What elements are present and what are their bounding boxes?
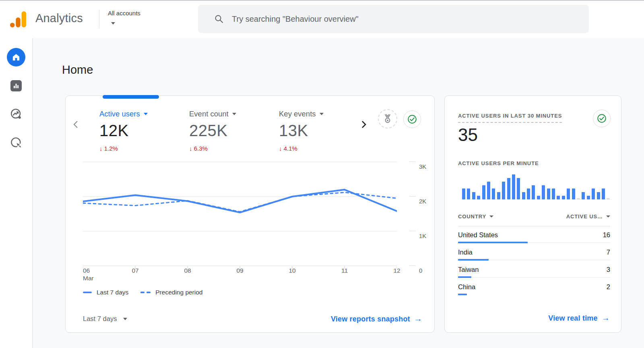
minute-bar — [502, 182, 505, 199]
minute-bar — [557, 196, 560, 199]
minute-bar — [582, 192, 585, 199]
minute-bar — [567, 188, 570, 199]
legend-solid-swatch — [83, 292, 92, 293]
minute-bar — [562, 196, 565, 199]
overview-card-footer: Last 7 days View reports snapshot→ — [83, 314, 422, 323]
chevron-down-icon — [144, 113, 148, 115]
arrow-right-icon: → — [414, 314, 422, 323]
minute-bar — [537, 196, 540, 199]
country-bar-fill — [458, 259, 489, 261]
account-switcher[interactable]: All accounts — [108, 10, 140, 26]
search-bar[interactable] — [198, 5, 589, 33]
view-real-time-link[interactable]: View real time→ — [548, 313, 610, 323]
chevron-down-icon — [489, 215, 493, 218]
country-bar-fill — [458, 242, 528, 243]
medal-icon — [382, 113, 393, 124]
sidebar-item-explore[interactable] — [0, 108, 32, 120]
country-bar-track — [458, 276, 610, 278]
search-input[interactable] — [232, 14, 562, 24]
column-country[interactable]: COUNTRY — [458, 213, 493, 220]
column-active-users[interactable]: ACTIVE US… — [566, 213, 610, 220]
country-row: China 2 — [458, 283, 610, 296]
realtime-title[interactable]: ACTIVE USERS IN LAST 30 MINUTES — [458, 113, 562, 123]
minute-bar — [532, 185, 535, 199]
chevron-left-icon[interactable] — [71, 119, 81, 130]
country-table-header: COUNTRY ACTIVE US… — [458, 213, 610, 220]
country-row: United States 16 — [458, 231, 610, 244]
google-analytics-logo-icon — [10, 11, 27, 28]
x-axis-label: 10 — [289, 267, 295, 274]
sidebar-item-advertising[interactable] — [0, 136, 32, 149]
benchmark-medal-button[interactable] — [378, 109, 397, 128]
metrics-row: Active users 12K ↓ 1.2% Event count 225K — [99, 110, 369, 152]
active-users-30min-value: 35 — [458, 125, 478, 145]
chevron-right-icon[interactable] — [358, 119, 369, 130]
per-minute-label: ACTIVE USERS PER MINUTE — [458, 160, 539, 166]
minute-bar — [472, 192, 475, 199]
sidebar-item-reports[interactable] — [0, 80, 32, 91]
metric-active-users[interactable]: Active users 12K ↓ 1.2% — [99, 110, 189, 152]
table-separator — [458, 226, 610, 226]
country-active-users: 7 — [607, 249, 610, 256]
x-axis-label: 09 — [236, 267, 243, 274]
y-axis: 3K2K1K0 — [399, 160, 427, 269]
minute-bar — [527, 188, 530, 199]
x-axis-label: 11 — [341, 267, 348, 274]
minute-bar — [517, 178, 520, 199]
minute-bar — [477, 196, 480, 199]
metric-key-events[interactable]: Key events 13K ↓ 4.1% — [279, 110, 369, 152]
country-bar-track — [458, 241, 610, 243]
minute-bar — [572, 188, 575, 199]
metric-event-count[interactable]: Event count 225K ↓ 6.3% — [189, 110, 279, 152]
realtime-check-button[interactable] — [593, 110, 611, 127]
minute-bar — [577, 198, 580, 199]
metric-label: Active users — [99, 110, 140, 118]
arrow-right-icon: → — [602, 313, 610, 322]
minute-bar — [552, 188, 555, 199]
x-axis-label: 07 — [132, 267, 138, 274]
minute-bar — [597, 192, 600, 199]
country-name: India — [458, 249, 473, 256]
country-name: Taiwan — [458, 266, 479, 273]
chevron-down-icon — [320, 113, 324, 115]
country-bar-fill — [458, 294, 467, 295]
view-reports-snapshot-link[interactable]: View reports snapshot→ — [331, 314, 422, 323]
active-users-trend-chart[interactable] — [83, 160, 397, 269]
country-row: Taiwan 3 — [458, 266, 610, 278]
metric-label: Key events — [279, 110, 316, 118]
country-active-users: 2 — [607, 283, 610, 291]
main-content: Home Active users 12K ↓ 1.2% — [33, 38, 644, 348]
search-icon — [214, 14, 224, 24]
sidebar-item-home[interactable] — [0, 48, 32, 66]
minute-bar — [507, 178, 510, 199]
check-circle-icon — [407, 114, 417, 124]
country-bar-track — [458, 259, 610, 261]
app-name: Analytics — [35, 12, 83, 25]
chart-legend: Last 7 days Preceding period — [83, 289, 202, 296]
date-range-selector[interactable]: Last 7 days — [83, 315, 127, 323]
country-bar-track — [458, 293, 610, 295]
metric-value: 225K — [189, 122, 279, 140]
country-table: COUNTRY ACTIVE US… United States 16 — [458, 213, 610, 296]
explore-icon — [10, 108, 23, 120]
metric-label: Event count — [189, 110, 229, 118]
minute-bar — [587, 196, 590, 199]
minute-bar — [607, 198, 610, 199]
page-title: Home — [62, 63, 93, 77]
x-axis: 06Mar070809101112 — [83, 267, 397, 285]
chevron-down-icon — [232, 113, 236, 115]
metrics-carousel-indicator[interactable] — [103, 95, 159, 99]
account-label: All accounts — [108, 10, 140, 17]
x-axis-label: 12 — [393, 267, 400, 274]
left-nav-sidebar — [0, 38, 33, 348]
analytics-app: Analytics All accounts — [0, 0, 644, 348]
country-bar-fill — [458, 276, 471, 278]
arrow-down-icon: ↓ — [99, 145, 103, 152]
minute-bar — [512, 174, 515, 199]
data-quality-check-button[interactable] — [403, 110, 421, 128]
realtime-card: ACTIVE USERS IN LAST 30 MINUTES 35 ACTIV… — [444, 95, 621, 333]
x-axis-label: 08 — [184, 267, 191, 274]
minute-bar — [492, 188, 495, 199]
minute-bar — [522, 192, 525, 199]
chevron-down-icon — [111, 22, 115, 25]
